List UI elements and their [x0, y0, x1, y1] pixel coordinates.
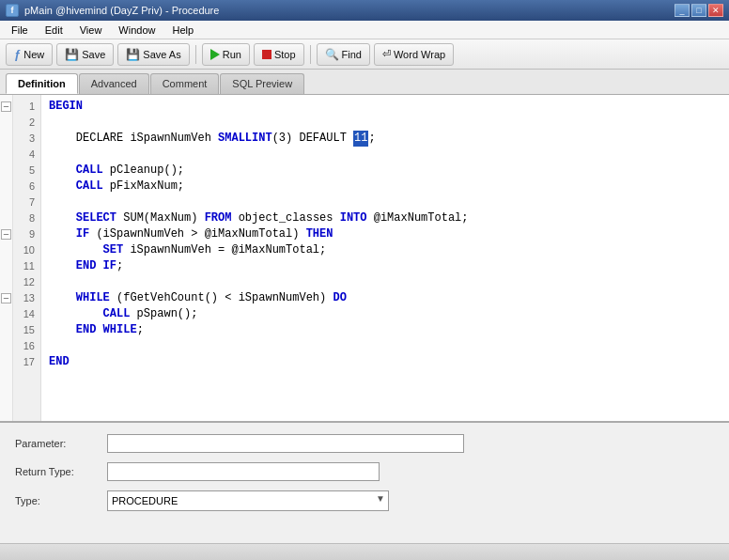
fold-indicator-10: [0, 242, 12, 258]
line-num-13: 13: [15, 290, 39, 306]
fold-indicator-4: [0, 147, 12, 163]
status-bar: [0, 543, 729, 560]
save-icon: 💾: [65, 48, 79, 61]
minimize-button[interactable]: _: [675, 4, 690, 17]
code-line-12: [49, 274, 721, 290]
line-num-15: 15: [15, 322, 39, 338]
type-row: Type: PROCEDURE FUNCTION TRIGGER ▼: [15, 490, 714, 511]
line-numbers: 1234567891011121314151617: [13, 95, 41, 421]
code-line-5: CALL pCleanup();: [49, 163, 721, 179]
new-icon: ƒ: [14, 47, 21, 61]
fold-indicator-7: [0, 194, 12, 210]
editor-section: −−− 1234567891011121314151617 BEGIN DECL…: [0, 95, 729, 421]
return-type-row: Return Type:: [15, 462, 714, 481]
fold-indicator-15: [0, 322, 12, 338]
menu-view[interactable]: View: [72, 23, 110, 38]
save-button[interactable]: 💾 Save: [56, 43, 114, 66]
separator-1: [195, 45, 196, 64]
tab-bar: Definition Advanced Comment SQL Preview: [0, 70, 729, 95]
window-title: pMain @hivemind (DayZ Priv) - Procedure: [24, 5, 219, 16]
app-icon: f: [6, 4, 19, 17]
line-num-8: 8: [15, 210, 39, 226]
code-line-6: CALL pFixMaxNum;: [49, 179, 721, 194]
tab-sql-preview[interactable]: SQL Preview: [220, 73, 304, 94]
title-bar: f pMain @hivemind (DayZ Priv) - Procedur…: [0, 0, 729, 21]
code-line-16: [49, 338, 721, 354]
word-wrap-icon: ⏎: [382, 48, 391, 60]
fold-indicators: −−−: [0, 95, 13, 421]
fold-indicator-14: [0, 306, 12, 322]
save-as-icon: 💾: [126, 48, 140, 61]
fold-indicator-2: [0, 115, 12, 131]
stop-icon: [262, 50, 271, 59]
parameter-input[interactable]: [107, 434, 464, 453]
code-line-4: [49, 147, 721, 163]
find-icon: 🔍: [325, 48, 339, 61]
type-label: Type:: [15, 495, 100, 506]
separator-2: [310, 45, 311, 64]
line-num-5: 5: [15, 163, 39, 179]
save-as-button[interactable]: 💾 Save As: [117, 43, 189, 66]
run-button[interactable]: Run: [202, 43, 250, 66]
code-editor[interactable]: −−− 1234567891011121314151617 BEGIN DECL…: [0, 95, 729, 421]
tab-definition[interactable]: Definition: [6, 73, 78, 94]
fold-indicator-12: [0, 274, 12, 290]
code-line-11: END IF;: [49, 258, 721, 274]
fold-indicator-3: [0, 131, 12, 147]
fold-indicator-11: [0, 258, 12, 274]
menu-edit[interactable]: Edit: [38, 23, 70, 38]
main-content: Definition Advanced Comment SQL Preview …: [0, 70, 729, 560]
line-num-6: 6: [15, 179, 39, 194]
line-num-12: 12: [15, 274, 39, 290]
new-button[interactable]: ƒ New: [6, 43, 53, 66]
menu-help[interactable]: Help: [164, 23, 201, 38]
line-num-7: 7: [15, 194, 39, 210]
fold-indicator-9[interactable]: −: [1, 229, 11, 240]
return-type-label: Return Type:: [15, 466, 100, 477]
fold-indicator-6: [0, 179, 12, 194]
code-line-10: SET iSpawnNumVeh = @iMaxNumTotal;: [49, 242, 721, 258]
code-line-14: CALL pSpawn();: [49, 306, 721, 322]
line-num-4: 4: [15, 147, 39, 163]
close-button[interactable]: ✕: [708, 4, 723, 17]
menu-window[interactable]: Window: [111, 23, 163, 38]
properties-panel: Parameter: Return Type: Type: PROCEDURE …: [0, 421, 729, 543]
word-wrap-button[interactable]: ⏎ Word Wrap: [374, 43, 454, 66]
fold-indicator-17: [0, 354, 12, 370]
code-line-1: BEGIN: [49, 99, 721, 115]
fold-indicator-8: [0, 210, 12, 226]
code-line-15: END WHILE;: [49, 322, 721, 338]
code-content[interactable]: BEGIN DECLARE iSpawnNumVeh SMALLINT(3) D…: [41, 95, 729, 421]
stop-button[interactable]: Stop: [254, 43, 304, 66]
return-type-input[interactable]: [107, 462, 380, 481]
parameter-row: Parameter:: [15, 434, 714, 453]
code-line-13: WHILE (fGetVehCount() < iSpawnNumVeh) DO: [49, 290, 721, 306]
find-button[interactable]: 🔍 Find: [317, 43, 370, 66]
fold-indicator-1[interactable]: −: [1, 101, 11, 112]
code-line-2: [49, 115, 721, 131]
code-line-3: DECLARE iSpawnNumVeh SMALLINT(3) DEFAULT…: [49, 131, 721, 147]
fold-indicator-5: [0, 163, 12, 179]
code-area: −−− 1234567891011121314151617 BEGIN DECL…: [0, 95, 729, 421]
code-line-8: SELECT SUM(MaxNum) FROM object_classes I…: [49, 210, 721, 226]
line-num-17: 17: [15, 354, 39, 370]
code-line-9: IF (iSpawnNumVeh > @iMaxNumTotal) THEN: [49, 226, 721, 242]
fold-indicator-13[interactable]: −: [1, 293, 11, 303]
line-num-3: 3: [15, 131, 39, 147]
tab-advanced[interactable]: Advanced: [79, 73, 149, 94]
line-num-1: 1: [15, 99, 39, 115]
type-select[interactable]: PROCEDURE FUNCTION TRIGGER: [107, 490, 389, 511]
line-num-9: 9: [15, 226, 39, 242]
line-num-16: 16: [15, 338, 39, 354]
maximize-button[interactable]: □: [691, 4, 706, 17]
line-num-10: 10: [15, 242, 39, 258]
menu-file[interactable]: File: [4, 23, 36, 38]
tab-comment[interactable]: Comment: [150, 73, 220, 94]
line-num-2: 2: [15, 115, 39, 131]
fold-indicator-16: [0, 338, 12, 354]
parameter-label: Parameter:: [15, 438, 100, 449]
code-line-7: [49, 194, 721, 210]
run-icon: [210, 49, 220, 60]
code-line-17: END: [49, 354, 721, 370]
toolbar: ƒ New 💾 Save 💾 Save As Run Stop 🔍 Find ⏎…: [0, 39, 729, 70]
